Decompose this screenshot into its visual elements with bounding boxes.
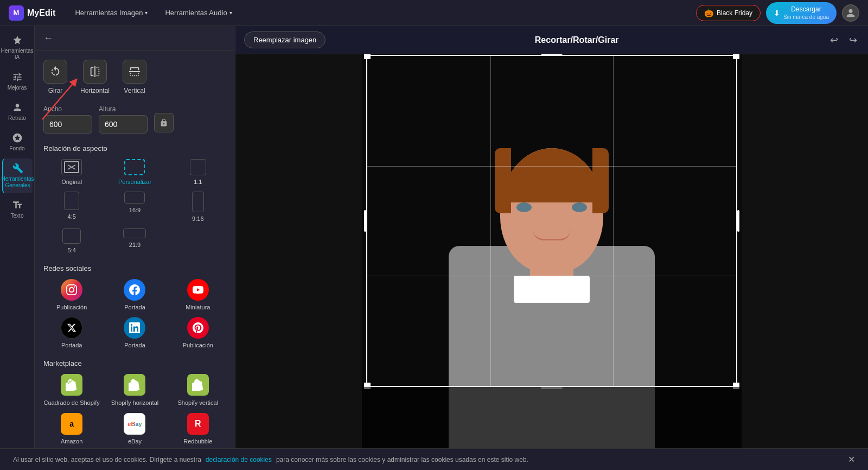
tool-panel-header: ←: [35, 26, 235, 51]
sidebar: Herramientas IA Mejoras Retrato Fondo He…: [0, 26, 35, 448]
undo-button[interactable]: ↩: [828, 32, 840, 48]
height-group: Altura: [99, 105, 148, 134]
aspect-4-5[interactable]: 4:5: [43, 192, 100, 222]
width-group: Ancho: [43, 105, 92, 134]
social-instagram-pub[interactable]: Publicación: [43, 279, 100, 310]
cookie-close-button[interactable]: ✕: [848, 454, 855, 465]
ebay-icon: eBay: [124, 413, 145, 435]
tool-panel-content: Girar Horizontal Vertical: [35, 51, 235, 448]
aspect-ratio-grid: Original Personalizar 1:1: [43, 159, 226, 253]
black-friday-button[interactable]: 🎃 Black Friday: [696, 5, 761, 21]
sidebar-item-retrato[interactable]: Retrato: [2, 98, 33, 126]
aspect-original[interactable]: Original: [43, 159, 100, 185]
sidebar-item-herramientas[interactable]: Herramientas Generales: [2, 158, 33, 193]
chevron-down-icon: ▾: [229, 10, 232, 16]
shopify-icon-h: [124, 374, 145, 396]
social-pinterest-pub[interactable]: Publicación: [170, 317, 226, 348]
youtube-icon: [187, 279, 209, 301]
dimensions-section: Ancho Altura: [43, 105, 226, 134]
logo[interactable]: M MyEdit: [9, 5, 55, 21]
amazon-item[interactable]: a Amazon: [43, 413, 100, 444]
canvas-toolbar: Reemplazar imagen Recortar/Rotar/Girar ↩…: [235, 26, 868, 54]
flip-horizontal-button[interactable]: Horizontal: [80, 60, 110, 94]
flip-horizontal-icon: [83, 60, 107, 84]
cookie-bar: Al usar el sitio web, aceptas el uso de …: [0, 448, 868, 470]
ebay-item[interactable]: eBay eBay: [106, 413, 163, 444]
aspect-16-9[interactable]: 16:9: [106, 192, 163, 222]
topbar: M MyEdit Herramientas Imagen ▾ Herramien…: [0, 0, 868, 26]
photo-bg: [362, 54, 742, 448]
app-name: MyEdit: [27, 8, 55, 18]
chevron-down-icon: ▾: [145, 10, 148, 16]
twitter-icon: [61, 317, 82, 339]
image-container: [362, 54, 742, 448]
canvas-actions: ↩ ↪: [828, 32, 859, 48]
back-button[interactable]: ←: [43, 33, 53, 44]
aspect-ratio-section: Relación de aspecto Original Personaliza…: [43, 144, 226, 253]
height-input[interactable]: [99, 115, 148, 134]
person-figure: [427, 54, 676, 448]
social-twitter-cover[interactable]: Portada: [43, 317, 100, 348]
aspect-1-1[interactable]: 1:1: [170, 159, 226, 185]
sidebar-item-fondo[interactable]: Fondo: [2, 128, 33, 156]
rotate-icon: [43, 60, 67, 84]
flip-vertical-icon: [123, 60, 146, 84]
social-linkedin-cover[interactable]: Portada: [106, 317, 163, 348]
redbubble-item[interactable]: R Redbubble: [170, 413, 226, 444]
social-grid: Publicación Portada Miniatura: [43, 279, 226, 348]
aspect-9-16[interactable]: 9:16: [170, 192, 226, 222]
canvas-title: Recortar/Rotar/Girar: [535, 35, 619, 45]
width-label: Ancho: [43, 105, 92, 113]
nav-herramientas-imagen[interactable]: Herramientas Imagen ▾: [71, 7, 152, 19]
tool-panel: ← Girar Horizontal: [35, 26, 235, 448]
dimensions-row: Ancho Altura: [43, 105, 226, 134]
cookie-declaration-link[interactable]: declaración de cookies: [206, 456, 272, 463]
main-content: Herramientas IA Mejoras Retrato Fondo He…: [0, 26, 868, 448]
pinterest-icon: [187, 317, 209, 339]
aspect-custom[interactable]: Personalizar: [106, 159, 163, 185]
social-section: Redes sociales Publicación Portada: [43, 264, 226, 348]
shopify-icon: [61, 374, 82, 396]
canvas-content: [235, 54, 868, 448]
sidebar-item-ia[interactable]: Herramientas IA: [2, 30, 33, 65]
marketplace-section: Marketplace Cuadrado de Shopify Shopify …: [43, 359, 226, 444]
aspect-ratio-title: Relación de aspecto: [43, 144, 226, 153]
social-youtube-thumb[interactable]: Miniatura: [170, 279, 226, 310]
linkedin-icon: [124, 317, 145, 339]
canvas-area: Reemplazar imagen Recortar/Rotar/Girar ↩…: [235, 26, 868, 448]
height-label: Altura: [99, 105, 148, 113]
social-facebook-cover[interactable]: Portada: [106, 279, 163, 310]
user-avatar[interactable]: [842, 4, 859, 22]
redbubble-icon: R: [187, 413, 209, 435]
lock-aspect-button[interactable]: [154, 113, 174, 132]
shopify-square[interactable]: Cuadrado de Shopify: [43, 374, 100, 407]
download-icon: ⬇: [774, 9, 780, 17]
nav-herramientas-audio[interactable]: Herramientas Audio ▾: [161, 7, 236, 19]
facebook-icon: [124, 279, 145, 301]
sidebar-item-mejoras[interactable]: Mejoras: [2, 67, 33, 96]
shopify-vertical[interactable]: Shopify vertical: [170, 374, 226, 407]
download-button[interactable]: ⬇ Descargar Sin marca de agua: [766, 2, 837, 24]
width-input[interactable]: [43, 115, 92, 134]
instagram-icon: [61, 279, 82, 301]
sidebar-item-texto[interactable]: Texto: [2, 195, 33, 224]
aspect-21-9[interactable]: 21:9: [106, 228, 163, 253]
transform-row: Girar Horizontal Vertical: [43, 60, 226, 94]
social-title: Redes sociales: [43, 264, 226, 272]
shopify-horizontal[interactable]: Shopify horizontal: [106, 374, 163, 407]
rotate-button[interactable]: Girar: [43, 60, 67, 94]
marketplace-grid: Cuadrado de Shopify Shopify horizontal S…: [43, 374, 226, 444]
amazon-icon: a: [61, 413, 82, 435]
flip-vertical-button[interactable]: Vertical: [123, 60, 146, 94]
marketplace-title: Marketplace: [43, 359, 226, 367]
aspect-5-4[interactable]: 5:4: [43, 228, 100, 253]
topbar-right: 🎃 Black Friday ⬇ Descargar Sin marca de …: [696, 2, 859, 24]
fire-icon: 🎃: [704, 9, 713, 17]
shopify-icon-v: [187, 374, 209, 396]
logo-icon: M: [9, 5, 24, 21]
redo-button[interactable]: ↪: [847, 32, 859, 48]
replace-image-button[interactable]: Reemplazar imagen: [244, 31, 326, 48]
